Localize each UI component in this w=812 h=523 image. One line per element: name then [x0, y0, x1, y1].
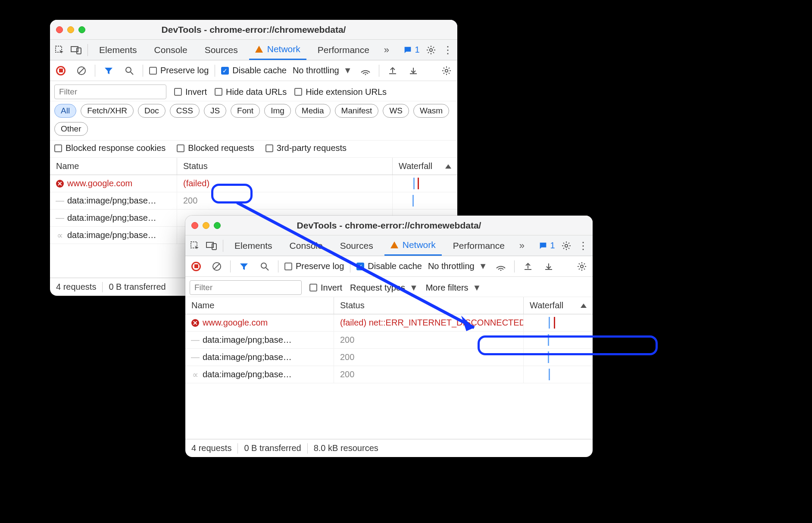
filter-bar: Invert Request types▼ More filters▼ — [185, 277, 593, 297]
filter-pill-manifest[interactable]: Manifest — [335, 104, 379, 118]
request-types-dropdown[interactable]: Request types▼ — [350, 283, 418, 293]
col-waterfall[interactable]: Waterfall — [524, 297, 593, 314]
throttling-select[interactable]: No throttling▼ — [293, 66, 352, 75]
col-status[interactable]: Status — [177, 158, 393, 175]
table-header[interactable]: Name Status Waterfall — [50, 158, 457, 175]
request-name: data:image/png;base… — [203, 335, 292, 345]
filter-pill-font[interactable]: Font — [231, 104, 260, 118]
throttling-select[interactable]: No throttling▼ — [428, 261, 487, 271]
inspect-element-icon[interactable] — [53, 43, 66, 57]
clear-button[interactable] — [209, 259, 224, 274]
export-har-icon[interactable] — [406, 63, 421, 78]
table-row[interactable]: ∝data:image/png;base…200 — [185, 366, 593, 383]
hide-data-urls-checkbox[interactable]: Hide data URLs — [215, 87, 287, 97]
tab-console[interactable]: Console — [148, 40, 194, 60]
titlebar[interactable]: DevTools - chrome-error://chromewebdata/ — [185, 216, 593, 235]
minimize-window-button[interactable] — [203, 222, 209, 229]
filter-pill-all[interactable]: All — [54, 104, 76, 118]
network-settings-icon[interactable] — [575, 259, 589, 274]
tab-sources[interactable]: Sources — [334, 235, 379, 256]
tab-network[interactable]: Network — [384, 235, 442, 256]
disable-cache-checkbox[interactable]: Disable cache — [221, 66, 287, 75]
network-conditions-icon[interactable] — [493, 259, 508, 274]
settings-icon[interactable] — [560, 238, 572, 253]
filter-pill-doc[interactable]: Doc — [138, 104, 166, 118]
record-button[interactable] — [189, 259, 203, 274]
tab-performance[interactable]: Performance — [447, 235, 511, 256]
filter-pill-ws[interactable]: WS — [383, 104, 409, 118]
device-toolbar-icon[interactable] — [206, 238, 218, 253]
cell-waterfall — [393, 175, 457, 192]
tab-performance[interactable]: Performance — [312, 40, 375, 60]
issues-badge[interactable]: 1 — [403, 45, 420, 55]
network-conditions-icon[interactable] — [358, 63, 373, 78]
table-row[interactable]: ✕www.google.com(failed) net::ERR_INTERNE… — [185, 314, 593, 332]
col-name[interactable]: Name — [185, 297, 334, 314]
blocked-requests-checkbox[interactable]: Blocked requests — [177, 143, 254, 153]
titlebar[interactable]: DevTools - chrome-error://chromewebdata/ — [50, 20, 457, 40]
preserve-log-checkbox[interactable]: Preserve log — [284, 261, 344, 271]
import-har-icon[interactable] — [385, 63, 400, 78]
issues-badge[interactable]: 1 — [538, 241, 555, 251]
col-waterfall[interactable]: Waterfall — [393, 158, 457, 175]
third-party-checkbox[interactable]: 3rd-party requests — [265, 143, 347, 153]
filter-pill-fetchxhr[interactable]: Fetch/XHR — [81, 104, 134, 118]
minimize-window-button[interactable] — [67, 26, 74, 33]
search-icon[interactable] — [122, 63, 137, 78]
table-row[interactable]: —data:image/png;base…200 — [185, 332, 593, 349]
blocked-cookies-checkbox[interactable]: Blocked response cookies — [54, 143, 166, 153]
filter-pill-css[interactable]: CSS — [170, 104, 200, 118]
disable-cache-checkbox[interactable]: Disable cache — [356, 261, 422, 271]
kebab-menu-icon[interactable]: ⋮ — [442, 43, 454, 57]
disable-cache-label: Disable cache — [232, 66, 287, 75]
devtools-window-2: DevTools - chrome-error://chromewebdata/… — [185, 216, 593, 457]
throttling-label: No throttling — [428, 261, 475, 271]
inspect-element-icon[interactable] — [189, 238, 201, 253]
close-window-button[interactable] — [56, 26, 63, 33]
table-row[interactable]: —data:image/png;base…200 — [185, 349, 593, 366]
request-name: www.google.com — [67, 179, 132, 188]
network-settings-icon[interactable] — [439, 63, 454, 78]
more-tabs-button[interactable]: » — [381, 43, 393, 57]
filter-input[interactable] — [54, 85, 166, 99]
maximize-window-button[interactable] — [78, 26, 85, 33]
col-name[interactable]: Name — [50, 158, 177, 175]
table-header[interactable]: Name Status Waterfall — [185, 297, 593, 314]
export-har-icon[interactable] — [541, 259, 556, 274]
filter-pill-media[interactable]: Media — [295, 104, 331, 118]
invert-checkbox[interactable]: Invert — [174, 87, 207, 97]
search-icon[interactable] — [257, 259, 272, 274]
filter-icon[interactable] — [101, 63, 116, 78]
close-window-button[interactable] — [191, 222, 198, 229]
filter-pill-wasm[interactable]: Wasm — [413, 104, 449, 118]
filter-pill-js[interactable]: JS — [204, 104, 226, 118]
filter-pill-img[interactable]: Img — [264, 104, 291, 118]
filter-input[interactable] — [190, 280, 302, 295]
import-har-icon[interactable] — [521, 259, 535, 274]
table-row[interactable]: ✕www.google.com(failed) — [50, 175, 457, 192]
tab-elements[interactable]: Elements — [228, 235, 278, 256]
table-row[interactable]: —data:image/png;base…200 — [50, 192, 457, 210]
no-icon: — — [191, 354, 199, 361]
settings-icon[interactable] — [425, 43, 437, 57]
more-filters-dropdown[interactable]: More filters▼ — [426, 283, 481, 293]
kebab-menu-icon[interactable]: ⋮ — [577, 238, 589, 253]
invert-checkbox[interactable]: Invert — [309, 283, 342, 293]
clear-button[interactable] — [74, 63, 89, 78]
filter-pill-other[interactable]: Other — [54, 122, 88, 136]
preserve-log-checkbox[interactable]: Preserve log — [149, 66, 209, 75]
tab-network[interactable]: Network — [249, 40, 306, 60]
filter-icon[interactable] — [237, 259, 251, 274]
tab-elements[interactable]: Elements — [93, 40, 143, 60]
more-tabs-button[interactable]: » — [516, 238, 528, 253]
record-button[interactable] — [53, 63, 68, 78]
window-title: DevTools - chrome-error://chromewebdata/ — [185, 220, 593, 231]
tab-console[interactable]: Console — [284, 235, 329, 256]
tab-sources[interactable]: Sources — [199, 40, 244, 60]
request-types-label: Request types — [350, 283, 405, 293]
cell-name: ✕www.google.com — [185, 314, 334, 331]
col-status[interactable]: Status — [334, 297, 524, 314]
hide-extension-urls-checkbox[interactable]: Hide extension URLs — [294, 87, 387, 97]
maximize-window-button[interactable] — [214, 222, 221, 229]
device-toolbar-icon[interactable] — [71, 43, 83, 57]
